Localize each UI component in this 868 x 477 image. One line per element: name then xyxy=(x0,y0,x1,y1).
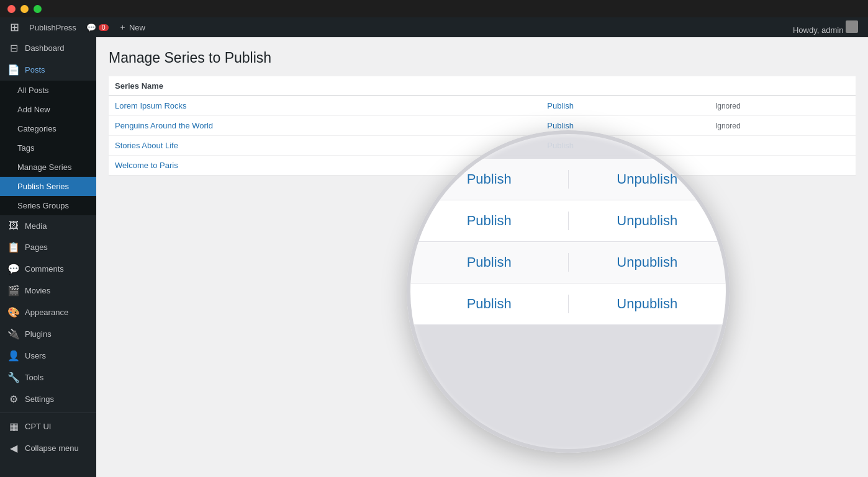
page-title: Manage Series to Publish xyxy=(109,50,856,66)
sidebar-posts-label: Posts xyxy=(25,65,45,74)
all-posts-label: All Posts xyxy=(17,86,49,95)
sidebar-dashboard-label: Dashboard xyxy=(25,43,65,53)
site-name-item[interactable]: PublishPress xyxy=(24,17,81,37)
mag-divider xyxy=(568,253,569,272)
sidebar-item-manage-series[interactable]: Manage Series xyxy=(0,158,96,177)
cpt-ui-icon: ▦ xyxy=(7,421,20,432)
howdy-text: Howdy, admin xyxy=(793,20,863,35)
users-icon: 👤 xyxy=(7,350,20,362)
maximize-button[interactable] xyxy=(34,5,42,13)
publish-series-label: Publish Series xyxy=(17,182,69,191)
plus-icon: ＋ xyxy=(119,22,127,33)
wp-logo-item[interactable]: ⊞ xyxy=(5,17,24,37)
posts-icon: 📄 xyxy=(7,64,20,76)
comments-icon: 💬 xyxy=(7,263,20,275)
mag-publish-btn: Publish xyxy=(410,254,568,270)
series-table: Series Name Lorem Ipsum Rocks Publish Ig… xyxy=(109,76,856,175)
plugins-icon: 🔌 xyxy=(7,328,20,340)
table-row: Welcome to Paris Publish xyxy=(109,156,856,176)
sidebar-item-plugins[interactable]: 🔌 Plugins xyxy=(0,323,96,345)
pages-icon: 📋 xyxy=(7,241,20,253)
collapse-label: Collapse menu xyxy=(25,444,79,453)
publish-action-btn[interactable]: Publish xyxy=(545,140,576,151)
series-groups-label: Series Groups xyxy=(17,201,69,210)
magnifier-row: Publish Unpublish xyxy=(410,200,726,242)
sidebar-item-publish-series[interactable]: Publish Series xyxy=(0,177,96,196)
cpt-ui-label: CPT UI xyxy=(25,422,51,431)
table-row: Penguins Around the World Publish Ignore… xyxy=(109,116,856,136)
movies-label: Movies xyxy=(25,286,50,295)
tools-icon: 🔧 xyxy=(7,372,20,383)
sidebar-item-cpt-ui[interactable]: ▦ CPT UI xyxy=(0,416,96,437)
col-status xyxy=(709,76,856,96)
tags-label: Tags xyxy=(17,143,34,153)
sidebar-item-dashboard[interactable]: ⊟ Dashboard xyxy=(0,37,96,59)
comments-item[interactable]: 💬 0 xyxy=(81,17,114,37)
series-name-link[interactable]: Stories About Life xyxy=(115,141,178,150)
sidebar-item-tools[interactable]: 🔧 Tools xyxy=(0,367,96,388)
comments-label: Comments xyxy=(25,264,64,274)
media-icon: 🖼 xyxy=(7,220,20,231)
movies-icon: 🎬 xyxy=(7,285,20,296)
sidebar-item-categories[interactable]: Categories xyxy=(0,119,96,138)
magnifier-row: Publish Unpublish xyxy=(410,242,726,283)
mag-divider xyxy=(568,212,569,230)
close-button[interactable] xyxy=(7,5,16,13)
mag-unpublish-btn: Unpublish xyxy=(569,296,726,312)
sidebar-item-all-posts[interactable]: All Posts xyxy=(0,81,96,100)
sidebar-item-pages[interactable]: 📋 Pages xyxy=(0,236,96,258)
magnifier-row: Publish Unpublish xyxy=(410,283,726,325)
series-name-link[interactable]: Penguins Around the World xyxy=(115,121,213,130)
publish-action-btn[interactable]: Publish xyxy=(545,159,576,171)
magnifier-overlay: Publish Unpublish Publish Unpublish Publ… xyxy=(407,130,730,453)
minimize-button[interactable] xyxy=(20,5,29,13)
sidebar-item-tags[interactable]: Tags xyxy=(0,138,96,158)
sidebar-item-comments[interactable]: 💬 Comments xyxy=(0,258,96,280)
sidebar-divider xyxy=(0,412,96,413)
collapse-icon: ◀ xyxy=(7,442,20,454)
comments-count: 0 xyxy=(99,24,109,31)
pages-label: Pages xyxy=(25,243,48,252)
mag-unpublish-btn: Unpublish xyxy=(569,213,726,229)
manage-series-label: Manage Series xyxy=(17,163,71,172)
sidebar-item-collapse[interactable]: ◀ Collapse menu xyxy=(0,437,96,459)
table-row: Lorem Ipsum Rocks Publish Ignored xyxy=(109,96,856,116)
table-row: Stories About Life Publish xyxy=(109,136,856,156)
new-label: New xyxy=(129,23,145,32)
avatar xyxy=(846,20,858,33)
sidebar-item-movies[interactable]: 🎬 Movies xyxy=(0,280,96,301)
add-new-label: Add New xyxy=(17,105,50,114)
sidebar-item-users[interactable]: 👤 Users xyxy=(0,345,96,367)
settings-icon: ⚙ xyxy=(7,393,20,405)
series-name-link[interactable]: Lorem Ipsum Rocks xyxy=(115,101,187,110)
status-text: Ignored xyxy=(715,102,741,110)
posts-submenu: All Posts Add New Categories Tags Manage… xyxy=(0,81,96,215)
mag-publish-btn: Publish xyxy=(410,296,568,312)
title-bar xyxy=(0,0,868,17)
col-series-name: Series Name xyxy=(109,76,538,96)
appearance-icon: 🎨 xyxy=(7,306,20,318)
new-item[interactable]: ＋ New xyxy=(114,17,150,37)
col-actions xyxy=(538,76,709,96)
wp-logo-icon: ⊞ xyxy=(10,20,19,34)
sidebar-item-appearance[interactable]: 🎨 Appearance xyxy=(0,301,96,323)
publish-action-btn[interactable]: Publish xyxy=(545,100,576,112)
media-label: Media xyxy=(25,221,47,231)
sidebar: ⊟ Dashboard 📄 Posts All Posts Add New Ca… xyxy=(0,37,96,477)
sidebar-item-media[interactable]: 🖼 Media xyxy=(0,215,96,236)
plugins-label: Plugins xyxy=(25,329,52,339)
sidebar-item-posts[interactable]: 📄 Posts xyxy=(0,59,96,81)
categories-label: Categories xyxy=(17,124,57,133)
wp-layout: ⊟ Dashboard 📄 Posts All Posts Add New Ca… xyxy=(0,37,868,477)
mag-publish-btn: Publish xyxy=(410,213,568,229)
sidebar-item-series-groups[interactable]: Series Groups xyxy=(0,196,96,215)
series-name-link[interactable]: Welcome to Paris xyxy=(115,161,178,170)
publish-action-btn[interactable]: Publish xyxy=(545,120,576,132)
tools-label: Tools xyxy=(25,373,43,382)
sidebar-item-add-new[interactable]: Add New xyxy=(0,100,96,119)
sidebar-item-settings[interactable]: ⚙ Settings xyxy=(0,388,96,410)
mag-unpublish-btn: Unpublish xyxy=(569,254,726,270)
site-name-label: PublishPress xyxy=(29,23,76,32)
admin-bar: ⊞ PublishPress 💬 0 ＋ New Howdy, admin xyxy=(0,17,868,37)
users-label: Users xyxy=(25,351,46,360)
